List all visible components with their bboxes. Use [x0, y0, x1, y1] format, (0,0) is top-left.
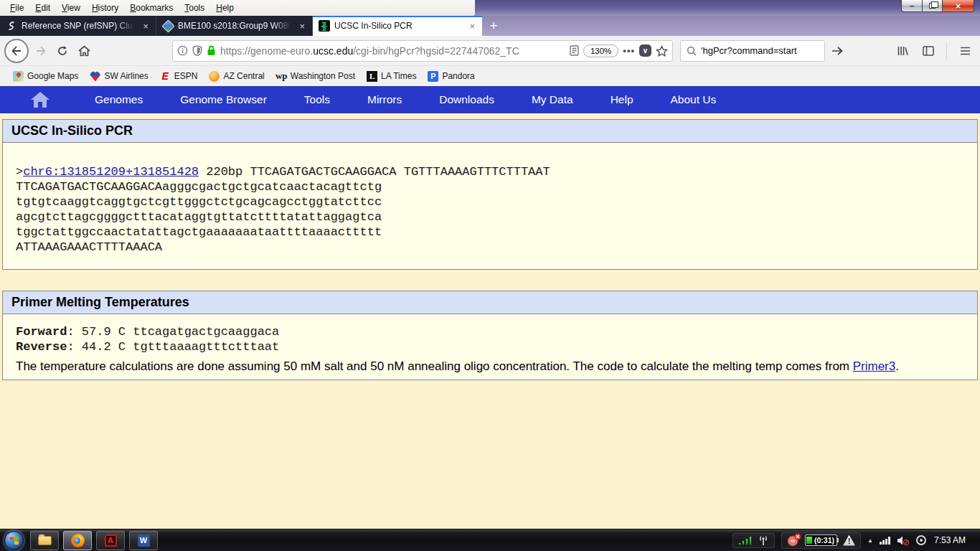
- bookmark-sw-airlines[interactable]: SW Airlines: [84, 69, 154, 84]
- nav-mirrors[interactable]: Mirrors: [349, 93, 420, 106]
- menu-file[interactable]: File: [4, 1, 29, 15]
- back-button[interactable]: [4, 39, 29, 63]
- tab-title: BME100 s2018:Group9 W0800 L: [178, 21, 293, 31]
- pocket-icon[interactable]: ∨: [639, 44, 651, 57]
- tracking-shield-icon[interactable]: [192, 45, 202, 56]
- page-content: UCSC In-Silico PCR >chr6:131851209+13185…: [0, 113, 980, 529]
- dbsnp-favicon-icon: [6, 20, 17, 32]
- network-signal-icon[interactable]: [880, 537, 890, 545]
- nav-downloads[interactable]: Downloads: [420, 93, 513, 106]
- taskbar-explorer-button[interactable]: [30, 531, 59, 550]
- search-input[interactable]: [701, 45, 827, 56]
- primer3-link[interactable]: Primer3: [853, 359, 896, 373]
- menu-bookmarks[interactable]: Bookmarks: [124, 1, 179, 15]
- page-actions-icon[interactable]: •••: [623, 45, 635, 56]
- navigation-toolbar: https://genome-euro.ucsc.edu/cgi-bin/hgP…: [0, 36, 980, 66]
- nav-help[interactable]: Help: [592, 93, 652, 106]
- url-path: /cgi-bin/hgPcr?hgsid=227447062_TC: [353, 45, 519, 57]
- nav-my-data[interactable]: My Data: [513, 93, 592, 106]
- start-button[interactable]: [4, 531, 24, 550]
- reverse-value: : 44.2 C tgtttaaaagtttctttaat: [67, 340, 279, 354]
- bookmark-label: Pandora: [442, 71, 474, 81]
- fasta-prefix: >: [16, 165, 23, 179]
- bookmark-star-icon[interactable]: [656, 45, 668, 57]
- sequence-line: ATTAAAGAAACTTTTAAACA: [16, 240, 977, 255]
- tab-bar: Reference SNP (refSNP) Cluster × BME100 …: [0, 16, 980, 36]
- battery-meter[interactable]: (0:31): [805, 534, 837, 546]
- tray-spiral-icon[interactable]: [916, 535, 926, 545]
- bookmark-az-central[interactable]: AZ Central: [203, 69, 270, 84]
- library-icon[interactable]: [892, 40, 913, 62]
- menu-view[interactable]: View: [56, 1, 86, 15]
- melting-panel-title: Primer Melting Temperatures: [3, 291, 977, 314]
- sidebar-icon[interactable]: [918, 40, 939, 62]
- ucsc-site-nav: Genomes Genome Browser Tools Mirrors Dow…: [0, 86, 980, 113]
- bandwidth-meter-icon[interactable]: [738, 536, 752, 545]
- home-button[interactable]: [73, 40, 95, 62]
- tab-close-icon[interactable]: ×: [468, 21, 476, 32]
- zoom-level-indicator[interactable]: 130%: [583, 44, 618, 57]
- close-button[interactable]: ×: [943, 0, 974, 12]
- az-central-icon: [209, 71, 220, 82]
- https-lock-icon[interactable]: [207, 45, 216, 56]
- reverse-label: Reverse: [16, 340, 67, 354]
- url-text[interactable]: https://genome-euro.ucsc.edu/cgi-bin/hgP…: [220, 45, 565, 57]
- nav-about-us[interactable]: About Us: [652, 93, 735, 106]
- chr6-position-link[interactable]: chr6:131851209+131851428: [23, 165, 199, 179]
- taskbar-word-button[interactable]: W: [129, 531, 158, 550]
- forward-button[interactable]: [30, 40, 52, 62]
- show-hidden-icons-arrow[interactable]: ▲: [867, 537, 873, 544]
- washington-post-icon: wp: [276, 71, 287, 82]
- reload-button[interactable]: [52, 40, 73, 62]
- url-bar[interactable]: https://genome-euro.ucsc.edu/cgi-bin/hgP…: [172, 40, 673, 62]
- search-bar[interactable]: [680, 40, 825, 62]
- google-maps-icon: [13, 71, 24, 82]
- bookmark-pandora[interactable]: P Pandora: [422, 69, 480, 84]
- word-icon: W: [138, 534, 150, 547]
- hamburger-menu-icon[interactable]: [954, 40, 976, 62]
- espn-icon: E: [160, 71, 171, 82]
- nav-tools[interactable]: Tools: [286, 93, 349, 106]
- battery-time-remaining: (0:31): [814, 536, 834, 545]
- toolbar-divider: [946, 42, 947, 60]
- bookmark-label: Washington Post: [291, 71, 355, 81]
- taskbar-firefox-button[interactable]: [63, 531, 92, 550]
- taskbar-clock[interactable]: 7:53 AM: [933, 535, 971, 545]
- page-info-icon[interactable]: [177, 45, 188, 56]
- maximize-icon: [929, 3, 936, 9]
- tab-bme100[interactable]: BME100 s2018:Group9 W0800 L ×: [156, 16, 313, 36]
- bookmark-label: SW Airlines: [104, 71, 148, 81]
- melting-note: The temperature calculations are done as…: [16, 357, 964, 375]
- acrobat-icon: A: [105, 534, 117, 547]
- nav-genomes[interactable]: Genomes: [76, 93, 161, 106]
- tab-close-icon[interactable]: ×: [298, 21, 306, 32]
- warning-triangle-icon[interactable]: !: [843, 535, 855, 546]
- search-go-icon[interactable]: [831, 46, 843, 56]
- nav-genome-browser[interactable]: Genome Browser: [161, 93, 286, 106]
- menu-edit[interactable]: Edit: [29, 1, 56, 15]
- menu-tools[interactable]: Tools: [179, 1, 210, 15]
- volume-muted-icon[interactable]: [897, 535, 910, 546]
- minimize-button[interactable]: –: [901, 0, 923, 12]
- melting-temps-panel: Primer Melting Temperatures Forward: 57.…: [2, 291, 978, 380]
- tab-refsnp[interactable]: Reference SNP (refSNP) Cluster ×: [0, 16, 156, 36]
- tab-ucsc-pcr-active[interactable]: UCSC In-Silico PCR ×: [313, 16, 482, 36]
- bookmark-washington-post[interactable]: wp Washington Post: [270, 69, 361, 84]
- bookmark-espn[interactable]: E ESPN: [154, 69, 204, 84]
- tray-app-alert-icon[interactable]: [787, 534, 799, 547]
- ucsc-helix-favicon-icon: [319, 20, 330, 32]
- wireless-antenna-icon[interactable]: [758, 535, 769, 546]
- bookmark-la-times[interactable]: L LA Times: [361, 69, 422, 84]
- reader-mode-icon[interactable]: [570, 45, 579, 56]
- bookmark-google-maps[interactable]: Google Maps: [7, 69, 84, 84]
- maximize-button[interactable]: [923, 0, 943, 12]
- menu-history[interactable]: History: [86, 1, 124, 15]
- tab-close-icon[interactable]: ×: [141, 21, 150, 32]
- new-tab-button[interactable]: +: [482, 16, 505, 36]
- ucsc-home-icon[interactable]: [30, 91, 50, 108]
- menu-help[interactable]: Help: [210, 1, 240, 15]
- pcr-panel-title: UCSC In-Silico PCR: [3, 120, 977, 143]
- pandora-icon: P: [428, 71, 438, 82]
- taskbar-acrobat-button[interactable]: A: [96, 531, 125, 550]
- tray-apps-group: (0:31) !: [781, 532, 861, 549]
